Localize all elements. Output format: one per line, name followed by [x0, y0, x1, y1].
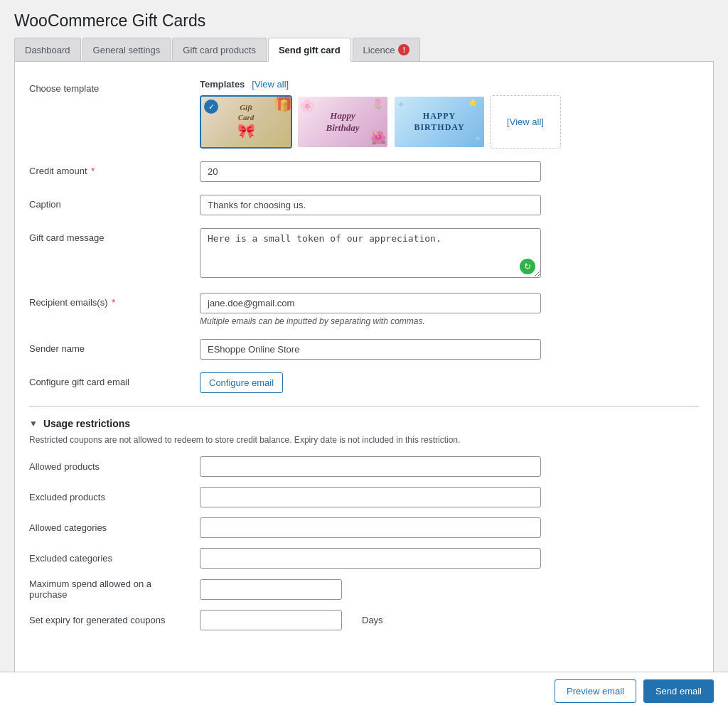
template-selected-badge: ✓	[204, 99, 218, 114]
recipient-emails-required: *	[112, 297, 115, 308]
expiry-row: Set expiry for generated coupons Days	[29, 610, 699, 630]
choose-template-row: Choose template Templates [View all] 🎁 G…	[29, 79, 699, 149]
caption-label: Caption	[29, 195, 186, 210]
template-view-all-link-top[interactable]: [View all]	[252, 79, 289, 90]
configure-email-control: Configure email	[200, 372, 541, 393]
expiry-input[interactable]	[200, 610, 342, 630]
tab-dashboard[interactable]: Dashboard	[14, 38, 81, 61]
configure-email-label: Configure gift card email	[29, 372, 186, 387]
section-toggle-icon[interactable]: ▼	[29, 419, 38, 429]
credit-amount-label: Credit amount *	[29, 161, 186, 176]
excluded-categories-label: Excluded categories	[29, 553, 186, 564]
sender-name-row: Sender name	[29, 339, 699, 360]
template-thumb-3[interactable]: ✦ ✦ ⭐ HAPPYBIRTHDAY	[393, 95, 486, 149]
recipient-emails-hint: Multiple emails can be inputted by separ…	[200, 316, 541, 326]
allowed-categories-row: Allowed categories	[29, 517, 699, 538]
recipient-emails-row: Recipient emails(s) * Multiple emails ca…	[29, 293, 699, 326]
preview-email-button[interactable]: Preview email	[555, 679, 636, 684]
configure-email-row: Configure gift card email Configure emai…	[29, 372, 699, 393]
gift-card-message-label: Gift card message	[29, 228, 186, 243]
max-spend-label: Maximum spend allowed on a purchase	[29, 579, 186, 600]
tab-licence[interactable]: Licence !	[353, 38, 421, 61]
allowed-products-label: Allowed products	[29, 461, 186, 472]
usage-restrictions-header: ▼ Usage restrictions	[29, 418, 699, 429]
restriction-notice: Restricted coupons are not allowed to re…	[29, 435, 699, 445]
refresh-icon[interactable]: ↻	[520, 259, 535, 274]
expiry-label: Set expiry for generated coupons	[29, 615, 186, 625]
credit-amount-input[interactable]	[200, 161, 541, 182]
template-grid: 🎁 GiftCard 🎀 ✓ 🌸 🌺 🌷	[200, 95, 699, 149]
sender-name-label: Sender name	[29, 339, 186, 354]
gift-card-message-control: Here is a small token of our appreciatio…	[200, 228, 541, 280]
textarea-wrapper: Here is a small token of our appreciatio…	[200, 228, 541, 280]
max-spend-input[interactable]	[200, 579, 342, 600]
credit-amount-required: *	[91, 166, 95, 176]
nav-tabs: Dashboard General settings Gift card pro…	[14, 38, 714, 61]
template-section: Templates [View all] 🎁 GiftCard 🎀	[200, 79, 699, 149]
excluded-products-input[interactable]	[200, 487, 541, 507]
excluded-categories-input[interactable]	[200, 548, 541, 569]
allowed-products-input[interactable]	[200, 456, 541, 477]
configure-email-button[interactable]: Configure email	[200, 372, 283, 393]
template-header: Templates [View all]	[200, 79, 699, 90]
caption-row: Caption	[29, 195, 699, 215]
tab-gift-card-products[interactable]: Gift card products	[172, 38, 267, 61]
main-content: Choose template Templates [View all] 🎁 G…	[14, 61, 714, 672]
excluded-categories-row: Excluded categories	[29, 548, 699, 569]
gift-card-message-textarea[interactable]: Here is a small token of our appreciatio…	[200, 228, 541, 278]
footer-bar: Preview email Send email	[0, 672, 728, 684]
tab-send-gift-card[interactable]: Send gift card	[268, 38, 351, 62]
allowed-categories-label: Allowed categories	[29, 522, 186, 533]
recipient-emails-input[interactable]	[200, 293, 541, 313]
gift-card-message-row: Gift card message Here is a small token …	[29, 228, 699, 280]
template-thumb-1[interactable]: 🎁 GiftCard 🎀 ✓	[200, 95, 292, 149]
days-label: Days	[362, 615, 383, 625]
page-title: WooCommerce Gift Cards	[14, 11, 714, 31]
credit-amount-control	[200, 161, 541, 182]
excluded-products-row: Excluded products	[29, 487, 699, 507]
credit-amount-row: Credit amount *	[29, 161, 699, 182]
send-email-button[interactable]: Send email	[643, 679, 714, 684]
max-spend-row: Maximum spend allowed on a purchase	[29, 579, 699, 600]
sender-name-input[interactable]	[200, 339, 541, 360]
recipient-emails-control: Multiple emails can be inputted by separ…	[200, 293, 541, 326]
allowed-products-row: Allowed products	[29, 456, 699, 477]
allowed-categories-input[interactable]	[200, 517, 541, 538]
template-view-all-box[interactable]: [View all]	[490, 95, 561, 149]
section-divider	[29, 406, 699, 407]
recipient-emails-label: Recipient emails(s) *	[29, 293, 186, 308]
choose-template-label: Choose template	[29, 79, 186, 94]
caption-control	[200, 195, 541, 215]
excluded-products-label: Excluded products	[29, 492, 186, 502]
template-thumb-2[interactable]: 🌸 🌺 🌷 HappyBirthday	[296, 95, 389, 149]
tab-general-settings[interactable]: General settings	[82, 38, 171, 61]
caption-input[interactable]	[200, 195, 541, 215]
sender-name-control	[200, 339, 541, 360]
licence-badge: !	[398, 44, 410, 55]
